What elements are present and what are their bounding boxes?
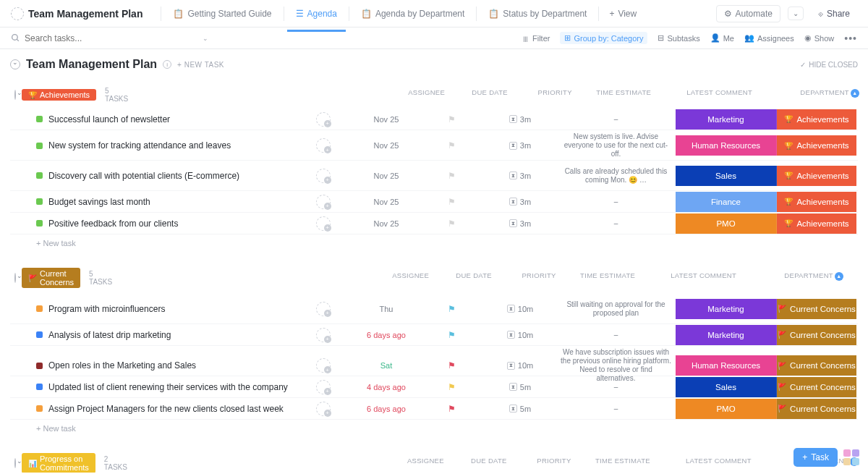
col-estimate[interactable]: TIME ESTIMATE bbox=[571, 271, 644, 284]
group-collapse-icon[interactable] bbox=[14, 458, 16, 468]
due-date-cell[interactable]: 6 days ago bbox=[354, 331, 419, 339]
priority-cell[interactable]: ⚑ bbox=[419, 140, 484, 151]
col-due-date[interactable]: DUE DATE bbox=[441, 271, 506, 284]
due-date-cell[interactable]: Nov 25 bbox=[354, 115, 419, 124]
category-cell[interactable]: 🚩Current Concerns bbox=[777, 377, 856, 397]
comment-cell[interactable]: – bbox=[556, 195, 676, 208]
search-input[interactable] bbox=[25, 33, 111, 43]
col-comment[interactable]: LATEST COMMENT bbox=[644, 271, 763, 284]
info-icon[interactable]: i bbox=[163, 60, 171, 69]
assignee-cell[interactable] bbox=[292, 169, 354, 183]
department-cell[interactable]: Human Resources bbox=[676, 355, 777, 376]
automate-button[interactable]: ⚙Automate bbox=[716, 5, 780, 22]
new-task-row[interactable]: + New task bbox=[10, 420, 858, 436]
add-assignee-icon[interactable] bbox=[316, 358, 331, 373]
add-assignee-icon[interactable] bbox=[316, 328, 331, 342]
col-priority[interactable]: PRIORITY bbox=[522, 457, 587, 470]
assignee-cell[interactable] bbox=[292, 112, 354, 127]
assignee-cell[interactable] bbox=[292, 402, 354, 416]
col-priority[interactable]: PRIORITY bbox=[506, 271, 571, 284]
group-collapse-icon[interactable] bbox=[14, 90, 16, 100]
status-square[interactable] bbox=[36, 384, 43, 390]
category-cell[interactable]: 🏆Achievements bbox=[777, 109, 856, 130]
assignees-button[interactable]: 👥Assignees bbox=[744, 33, 794, 43]
task-row[interactable]: Positive feedback from our clients Nov 2… bbox=[10, 213, 858, 234]
task-row[interactable]: Budget savings last month Nov 25 ⚑ ⧗3m –… bbox=[10, 191, 858, 213]
status-square[interactable] bbox=[36, 331, 43, 338]
add-assignee-icon[interactable] bbox=[316, 302, 331, 316]
col-category[interactable]: CATEGORY bbox=[864, 271, 868, 284]
more-button[interactable]: ••• bbox=[844, 33, 857, 44]
group-badge[interactable]: 🏆Achievements bbox=[22, 89, 96, 101]
task-name[interactable]: Updated list of client renewing their se… bbox=[10, 382, 292, 392]
department-cell[interactable]: Finance bbox=[676, 192, 777, 212]
estimate-cell[interactable]: ⧗5m bbox=[484, 405, 556, 413]
task-row[interactable]: Successful launch of newsletter Nov 25 ⚑… bbox=[10, 109, 858, 130]
collapse-all-icon[interactable] bbox=[10, 59, 20, 69]
automate-chevron[interactable]: ⌄ bbox=[788, 7, 804, 20]
add-assignee-icon[interactable] bbox=[316, 216, 331, 231]
priority-cell[interactable]: ⚑ bbox=[419, 382, 484, 392]
status-square[interactable] bbox=[36, 143, 43, 149]
priority-cell[interactable]: ⚑ bbox=[419, 360, 484, 371]
estimate-cell[interactable]: ⧗3m bbox=[484, 141, 556, 150]
due-date-cell[interactable]: Thu bbox=[354, 305, 419, 313]
category-cell[interactable]: 🚩Current Concerns bbox=[777, 299, 856, 319]
department-cell[interactable]: Human Resources bbox=[676, 135, 777, 156]
category-cell[interactable]: 🏆Achievements bbox=[777, 213, 856, 234]
fab-apps-button[interactable] bbox=[843, 449, 859, 465]
col-assignee[interactable]: ASSIGNEE bbox=[395, 457, 456, 470]
fab-task-button[interactable]: +Task bbox=[793, 448, 838, 467]
assignee-cell[interactable] bbox=[292, 195, 354, 209]
estimate-cell[interactable]: ⧗3m bbox=[484, 115, 556, 124]
task-name[interactable]: New system for tracking attendance and l… bbox=[10, 140, 292, 151]
view-tab-agenda[interactable]: ☰Agenda bbox=[287, 1, 346, 26]
new-task-row[interactable]: + New task bbox=[10, 234, 858, 250]
comment-cell[interactable]: Still waiting on approval for the propos… bbox=[556, 298, 676, 320]
estimate-cell[interactable]: ⧗3m bbox=[484, 219, 556, 228]
task-row[interactable]: Program with microinfluencers Thu ⚑ ⧗10m… bbox=[10, 294, 858, 324]
add-assignee-icon[interactable] bbox=[316, 195, 331, 209]
comment-cell[interactable]: Calls are already scheduled this coming … bbox=[556, 165, 676, 187]
task-row[interactable]: Open roles in the Marketing and Sales Sa… bbox=[10, 346, 858, 376]
status-square[interactable] bbox=[36, 220, 43, 227]
category-cell[interactable]: 🏆Achievements bbox=[777, 192, 856, 212]
col-assignee[interactable]: ASSIGNEE bbox=[396, 88, 457, 101]
col-assignee[interactable]: ASSIGNEE bbox=[380, 271, 441, 284]
task-name[interactable]: Analysis of latest drip marketing bbox=[10, 330, 292, 340]
view-tab-status-department[interactable]: 📋Status by Department bbox=[480, 1, 595, 26]
show-button[interactable]: ◉Show bbox=[804, 33, 835, 43]
priority-cell[interactable]: ⚑ bbox=[419, 219, 484, 229]
comment-cell[interactable]: – bbox=[556, 329, 676, 342]
comment-cell[interactable]: – bbox=[556, 402, 676, 415]
subtasks-button[interactable]: ⊟Subtasks bbox=[658, 33, 699, 43]
group-badge[interactable]: 🚩Current Concerns bbox=[22, 268, 80, 288]
assignee-cell[interactable] bbox=[292, 328, 354, 342]
due-date-cell[interactable]: 4 days ago bbox=[354, 383, 419, 392]
task-row[interactable]: New system for tracking attendance and l… bbox=[10, 130, 858, 161]
comment-cell[interactable]: We have subscription issues with the pre… bbox=[556, 346, 676, 385]
task-name[interactable]: Successful launch of newsletter bbox=[10, 114, 292, 124]
due-date-cell[interactable]: Nov 25 bbox=[354, 219, 419, 228]
hide-closed-button[interactable]: ✓HIDE CLOSED bbox=[800, 61, 858, 69]
group-collapse-icon[interactable] bbox=[14, 273, 16, 283]
comment-cell[interactable]: – bbox=[556, 113, 676, 126]
department-cell[interactable]: Sales bbox=[676, 377, 777, 397]
view-tab-agenda-department[interactable]: 📋Agenda by Department bbox=[352, 1, 473, 26]
assignee-cell[interactable] bbox=[292, 216, 354, 231]
category-cell[interactable]: 🏆Achievements bbox=[777, 166, 856, 186]
share-button[interactable]: ⟐Share bbox=[811, 6, 857, 22]
view-tab-getting-started[interactable]: 📋Getting Started Guide bbox=[164, 1, 280, 26]
estimate-cell[interactable]: ⧗10m bbox=[484, 361, 556, 370]
due-date-cell[interactable]: Nov 25 bbox=[354, 172, 419, 180]
col-comment[interactable]: LATEST COMMENT bbox=[660, 88, 779, 101]
task-name[interactable]: Program with microinfluencers bbox=[10, 304, 292, 314]
col-estimate[interactable]: TIME ESTIMATE bbox=[587, 88, 660, 101]
estimate-cell[interactable]: ⧗10m bbox=[484, 331, 556, 339]
estimate-cell[interactable]: ⧗10m bbox=[484, 305, 556, 313]
estimate-cell[interactable]: ⧗5m bbox=[484, 383, 556, 392]
col-comment[interactable]: LATEST COMMENT bbox=[659, 457, 778, 470]
category-cell[interactable]: 🚩Current Concerns bbox=[777, 399, 856, 419]
department-cell[interactable]: PMO bbox=[676, 399, 777, 419]
add-view-button[interactable]: +View bbox=[602, 4, 644, 23]
